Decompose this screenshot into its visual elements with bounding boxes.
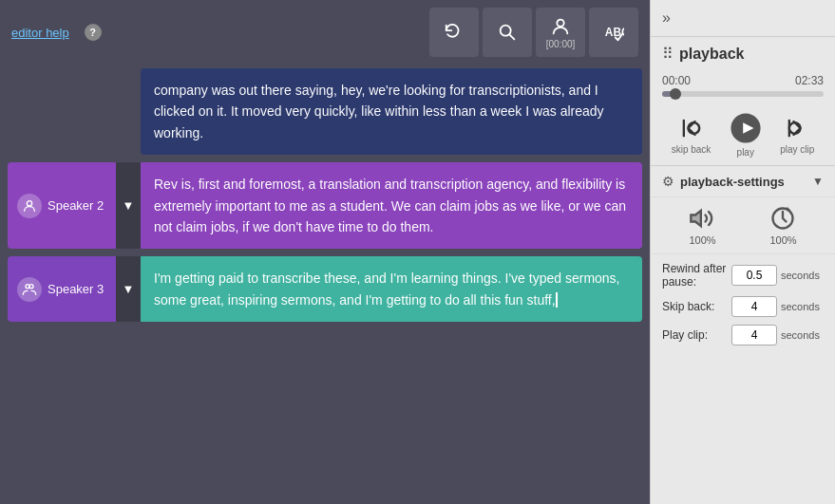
- editor-help-link[interactable]: editor help: [11, 26, 69, 40]
- playback-settings-label: playback-settings: [680, 175, 785, 189]
- toolbar: editor help ? [00:00]: [0, 0, 650, 65]
- collapse-button[interactable]: »: [662, 9, 671, 27]
- play-clip-button[interactable]: play clip: [780, 115, 814, 155]
- skip-back-label: skip back: [672, 144, 712, 155]
- editor-panel: editor help ? [00:00]: [0, 0, 650, 504]
- undo-icon: [444, 22, 465, 43]
- skip-back-button[interactable]: skip back: [672, 115, 712, 155]
- rewind-label: Rewind after pause:: [662, 262, 728, 289]
- search-icon: [497, 22, 518, 43]
- play-clip-field-row: Play clip: seconds: [662, 325, 824, 345]
- skip-back-field-row: Skip back: seconds: [662, 296, 824, 317]
- playback-panel: » ⠿ playback 00:00 02:33 skip back: [650, 0, 835, 504]
- speaker3-dropdown[interactable]: ▼: [116, 256, 141, 322]
- speaker3-row: Speaker 3 ▼ I'm getting paid to transcri…: [8, 256, 642, 322]
- current-time: 00:00: [662, 74, 691, 87]
- playback-settings-row[interactable]: ⚙ playback-settings ▼: [651, 165, 835, 196]
- playback-controls: skip back play play clip: [651, 104, 835, 165]
- playback-title: playback: [679, 46, 744, 63]
- rewind-unit: seconds: [781, 270, 824, 281]
- content-area: company was out there saying, hey, we're…: [0, 65, 650, 504]
- time-row: 00:00 02:33: [662, 74, 824, 87]
- svg-point-4: [27, 200, 31, 205]
- speed-icon: [769, 205, 796, 232]
- speaker2-label[interactable]: Speaker 2: [8, 162, 116, 249]
- play-clip-input[interactable]: [731, 325, 777, 345]
- speaker2-row: Speaker 2 ▼ Rev is, first and foremost, …: [8, 162, 642, 249]
- svg-marker-9: [692, 211, 702, 226]
- search-button[interactable]: [483, 8, 532, 57]
- vol-speed-row: 100% 100%: [651, 196, 835, 253]
- settings-arrow-icon: ▼: [812, 175, 824, 188]
- settings-fields: Rewind after pause: seconds Skip back: s…: [651, 253, 835, 353]
- skip-back-settings-label: Skip back:: [662, 300, 728, 313]
- timestamp-label: [00:00]: [546, 39, 576, 49]
- speaker3-icon: [17, 277, 42, 302]
- speaker2-content[interactable]: Rev is, first and foremost, a translatio…: [141, 162, 642, 249]
- person3-icon: [22, 282, 37, 297]
- play-icon: [730, 112, 762, 144]
- speaker3-text: I'm getting paid to transcribe these, an…: [154, 271, 620, 307]
- speaker3-content[interactable]: I'm getting paid to transcribe these, an…: [141, 256, 642, 322]
- rewind-input[interactable]: [731, 265, 777, 286]
- panel-header: »: [651, 0, 835, 37]
- undo-button[interactable]: [429, 8, 479, 57]
- play-button[interactable]: play: [730, 112, 762, 158]
- speaker-timestamp-button[interactable]: [00:00]: [536, 8, 585, 57]
- svg-point-6: [29, 284, 33, 288]
- rewind-field-row: Rewind after pause: seconds: [662, 262, 824, 289]
- play-clip-unit: seconds: [781, 329, 824, 341]
- skip-back-input[interactable]: [731, 296, 777, 317]
- speaker2-dropdown[interactable]: ▼: [116, 162, 141, 249]
- play-clip-icon: [784, 115, 810, 141]
- help-icon[interactable]: ?: [85, 24, 102, 41]
- play-label: play: [737, 147, 754, 158]
- person-icon: [550, 16, 571, 37]
- speaker3-name: Speaker 3: [47, 282, 104, 296]
- playback-grid-icon: ⠿: [662, 45, 674, 63]
- skip-back-icon: [678, 115, 705, 141]
- total-time: 02:33: [795, 74, 824, 87]
- speaker2-name: Speaker 2: [47, 198, 104, 213]
- svg-line-1: [509, 34, 514, 39]
- svg-point-2: [557, 19, 563, 26]
- person2-icon: [22, 198, 37, 214]
- text-cursor: [556, 292, 558, 308]
- speaker2-icon: [17, 194, 42, 218]
- play-clip-settings-label: Play clip:: [662, 328, 728, 342]
- playback-title-row: ⠿ playback: [651, 37, 835, 66]
- progress-track[interactable]: [662, 91, 824, 97]
- volume-control[interactable]: 100%: [689, 205, 715, 246]
- speed-label: 100%: [769, 234, 796, 246]
- spellcheck-icon: ABC: [603, 22, 624, 43]
- volume-icon: [689, 205, 715, 232]
- volume-label: 100%: [689, 234, 715, 246]
- spellcheck-button[interactable]: ABC: [589, 8, 638, 57]
- progress-thumb[interactable]: [670, 88, 681, 100]
- speed-control[interactable]: 100%: [769, 205, 796, 246]
- play-clip-label: play clip: [780, 144, 814, 155]
- progress-section: 00:00 02:33: [651, 66, 835, 104]
- skip-back-unit: seconds: [781, 301, 824, 312]
- speaker1-content[interactable]: company was out there saying, hey, we're…: [141, 68, 642, 155]
- settings-gear-icon: ⚙: [662, 174, 674, 189]
- speaker3-label[interactable]: Speaker 3: [8, 256, 116, 322]
